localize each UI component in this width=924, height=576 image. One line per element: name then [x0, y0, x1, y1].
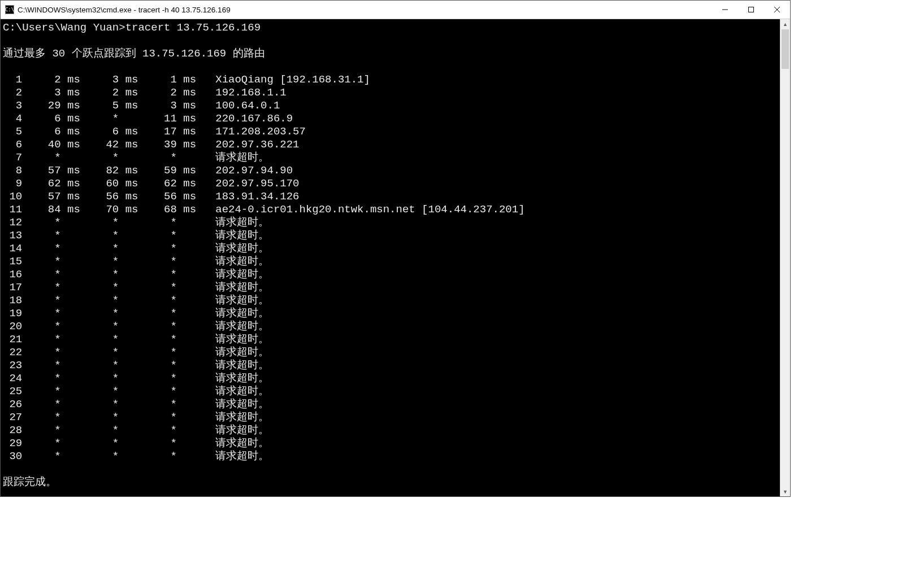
maximize-button[interactable]: [738, 1, 764, 19]
blank-line: [3, 34, 780, 47]
tracert-hop-row: 22 * * * 请求超时。: [3, 346, 780, 359]
tracert-header: 通过最多 30 个跃点跟踪到 13.75.126.169 的路由: [3, 47, 780, 60]
tracert-hop-row: 4 6 ms * 11 ms 220.167.86.9: [3, 112, 780, 125]
blank-line: [3, 60, 780, 73]
tracert-hop-row: 30 * * * 请求超时。: [3, 450, 780, 463]
tracert-hop-row: 29 * * * 请求超时。: [3, 437, 780, 450]
tracert-hop-row: 25 * * * 请求超时。: [3, 385, 780, 398]
tracert-hop-row: 10 57 ms 56 ms 56 ms 183.91.34.126: [3, 190, 780, 203]
svg-rect-1: [749, 7, 754, 12]
blank-line: [3, 463, 780, 476]
tracert-hop-row: 6 40 ms 42 ms 39 ms 202.97.36.221: [3, 138, 780, 151]
terminal-output[interactable]: C:\Users\Wang Yuan>tracert 13.75.126.169…: [1, 19, 780, 496]
scroll-thumb[interactable]: [782, 29, 789, 69]
tracert-hop-row: 9 62 ms 60 ms 62 ms 202.97.95.170: [3, 177, 780, 190]
minimize-button[interactable]: [712, 1, 738, 19]
tracert-hop-row: 7 * * * 请求超时。: [3, 151, 780, 164]
tracert-hop-row: 27 * * * 请求超时。: [3, 411, 780, 424]
tracert-hop-row: 17 * * * 请求超时。: [3, 281, 780, 294]
window-title: C:\WINDOWS\system32\cmd.exe - tracert -h…: [18, 6, 712, 14]
tracert-hop-row: 13 * * * 请求超时。: [3, 229, 780, 242]
vertical-scrollbar[interactable]: ▲ ▼: [780, 19, 790, 496]
tracert-hop-row: 23 * * * 请求超时。: [3, 359, 780, 372]
tracert-footer: 跟踪完成。: [3, 476, 780, 489]
scroll-up-arrow-icon[interactable]: ▲: [780, 19, 790, 29]
tracert-hop-row: 14 * * * 请求超时。: [3, 242, 780, 255]
tracert-hop-row: 2 3 ms 2 ms 2 ms 192.168.1.1: [3, 86, 780, 99]
tracert-hop-row: 1 2 ms 3 ms 1 ms XiaoQiang [192.168.31.1…: [3, 73, 780, 86]
tracert-hop-row: 5 6 ms 6 ms 17 ms 171.208.203.57: [3, 125, 780, 138]
tracert-hop-row: 8 57 ms 82 ms 59 ms 202.97.94.90: [3, 164, 780, 177]
tracert-hop-row: 15 * * * 请求超时。: [3, 255, 780, 268]
prompt-line: C:\Users\Wang Yuan>tracert 13.75.126.169: [3, 21, 780, 34]
cmd-window: C:\ C:\WINDOWS\system32\cmd.exe - tracer…: [0, 0, 791, 497]
close-button[interactable]: [764, 1, 790, 19]
tracert-hop-row: 26 * * * 请求超时。: [3, 398, 780, 411]
tracert-hop-row: 3 29 ms 5 ms 3 ms 100.64.0.1: [3, 99, 780, 112]
client-area: C:\Users\Wang Yuan>tracert 13.75.126.169…: [1, 19, 790, 496]
tracert-hop-row: 11 84 ms 70 ms 68 ms ae24-0.icr01.hkg20.…: [3, 203, 780, 216]
tracert-hop-row: 12 * * * 请求超时。: [3, 216, 780, 229]
tracert-hop-row: 21 * * * 请求超时。: [3, 333, 780, 346]
scroll-down-arrow-icon[interactable]: ▼: [780, 487, 790, 496]
window-controls: [712, 1, 790, 19]
titlebar[interactable]: C:\ C:\WINDOWS\system32\cmd.exe - tracer…: [1, 1, 790, 19]
tracert-hop-row: 24 * * * 请求超时。: [3, 372, 780, 385]
tracert-hop-row: 20 * * * 请求超时。: [3, 320, 780, 333]
cmd-icon: C:\: [5, 5, 14, 14]
tracert-hop-row: 16 * * * 请求超时。: [3, 268, 780, 281]
tracert-hop-row: 19 * * * 请求超时。: [3, 307, 780, 320]
tracert-hop-row: 28 * * * 请求超时。: [3, 424, 780, 437]
tracert-hop-row: 18 * * * 请求超时。: [3, 294, 780, 307]
